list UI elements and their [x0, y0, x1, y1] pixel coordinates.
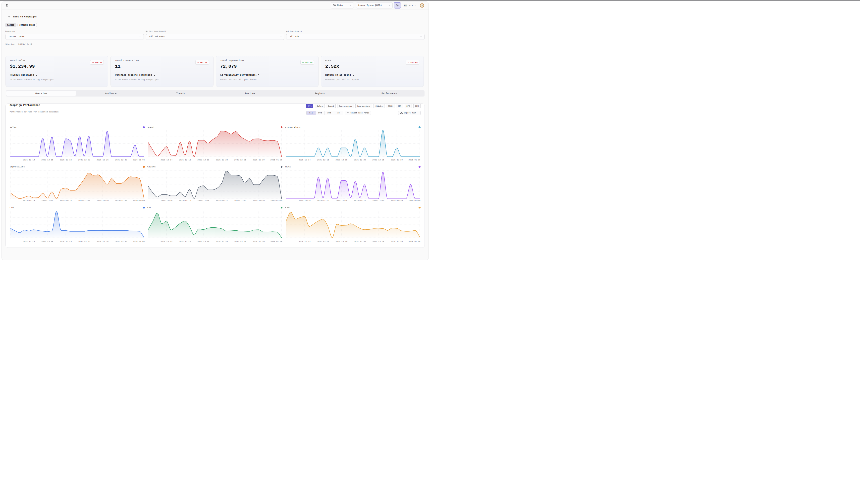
svg-text:2025-12-30: 2025-12-30 — [115, 241, 127, 243]
svg-text:2025-12-14: 2025-12-14 — [299, 159, 311, 161]
svg-text:2025-12-14: 2025-12-14 — [299, 241, 311, 243]
svg-text:2025-12-16: 2025-12-16 — [179, 199, 191, 202]
svg-text:2026-01-06: 2026-01-06 — [270, 241, 282, 243]
svg-text:2025-12-18: 2025-12-18 — [197, 199, 209, 202]
svg-text:2025-12-26: 2025-12-26 — [97, 241, 109, 243]
svg-text:2025-12-16: 2025-12-16 — [317, 159, 329, 161]
svg-text:2025-12-22: 2025-12-22 — [354, 199, 366, 202]
svg-text:2025-12-18: 2025-12-18 — [60, 241, 72, 243]
svg-text:2025-12-22: 2025-12-22 — [216, 241, 228, 243]
svg-text:2025-12-16: 2025-12-16 — [179, 159, 191, 161]
svg-text:2026-01-06: 2026-01-06 — [408, 159, 420, 161]
svg-text:2025-12-14: 2025-12-14 — [160, 159, 172, 161]
svg-text:2025-12-30: 2025-12-30 — [391, 159, 403, 161]
svg-text:2026-01-06: 2026-01-06 — [271, 159, 283, 161]
svg-text:2025-12-14: 2025-12-14 — [23, 159, 35, 161]
svg-text:2025-12-26: 2025-12-26 — [234, 199, 246, 202]
svg-text:2026-01-06: 2026-01-06 — [133, 199, 145, 202]
svg-text:2026-01-06: 2026-01-06 — [271, 199, 283, 202]
svg-text:2025-12-18: 2025-12-18 — [60, 199, 72, 202]
svg-text:2025-12-16: 2025-12-16 — [41, 241, 53, 243]
svg-text:2025-12-26: 2025-12-26 — [97, 159, 109, 161]
svg-text:2025-12-16: 2025-12-16 — [317, 241, 329, 243]
svg-text:2025-12-22: 2025-12-22 — [354, 241, 366, 243]
svg-text:2025-12-26: 2025-12-26 — [97, 199, 109, 202]
svg-text:2025-12-18: 2025-12-18 — [335, 241, 347, 243]
svg-text:2025-12-16: 2025-12-16 — [179, 241, 191, 243]
svg-text:2026-01-06: 2026-01-06 — [408, 199, 420, 202]
svg-text:2026-01-06: 2026-01-06 — [133, 241, 145, 243]
svg-text:2025-12-30: 2025-12-30 — [253, 199, 264, 202]
svg-text:2025-12-14: 2025-12-14 — [160, 241, 172, 243]
svg-text:2026-01-06: 2026-01-06 — [408, 241, 420, 243]
svg-text:2025-12-22: 2025-12-22 — [78, 199, 90, 202]
svg-text:2025-12-16: 2025-12-16 — [317, 199, 329, 202]
svg-text:2025-12-14: 2025-12-14 — [160, 199, 172, 202]
svg-text:2025-12-14: 2025-12-14 — [299, 199, 311, 202]
svg-text:2025-12-26: 2025-12-26 — [234, 159, 246, 161]
svg-text:2025-12-16: 2025-12-16 — [41, 159, 53, 161]
svg-text:2025-12-26: 2025-12-26 — [234, 241, 246, 243]
svg-text:2025-12-16: 2025-12-16 — [41, 199, 53, 202]
svg-text:2025-12-18: 2025-12-18 — [335, 159, 347, 161]
svg-text:2025-12-18: 2025-12-18 — [335, 199, 347, 202]
svg-text:2025-12-30: 2025-12-30 — [115, 159, 127, 161]
svg-text:2025-12-26: 2025-12-26 — [372, 199, 384, 202]
svg-text:2025-12-30: 2025-12-30 — [391, 199, 403, 202]
svg-text:2025-12-26: 2025-12-26 — [372, 241, 384, 243]
svg-text:2025-12-26: 2025-12-26 — [372, 159, 384, 161]
svg-text:2025-12-22: 2025-12-22 — [216, 199, 228, 202]
svg-text:2025-12-30: 2025-12-30 — [115, 199, 127, 202]
svg-text:2025-12-30: 2025-12-30 — [253, 159, 264, 161]
svg-text:2025-12-30: 2025-12-30 — [253, 241, 264, 243]
svg-text:2025-12-18: 2025-12-18 — [60, 159, 72, 161]
svg-text:2025-12-22: 2025-12-22 — [78, 159, 90, 161]
svg-text:2025-12-30: 2025-12-30 — [391, 241, 403, 243]
svg-text:2025-12-18: 2025-12-18 — [197, 241, 209, 243]
svg-text:2026-01-06: 2026-01-06 — [133, 159, 145, 161]
svg-text:2025-12-22: 2025-12-22 — [354, 159, 366, 161]
svg-text:2025-12-22: 2025-12-22 — [78, 241, 90, 243]
svg-text:2025-12-18: 2025-12-18 — [197, 159, 209, 161]
svg-text:2025-12-22: 2025-12-22 — [216, 159, 228, 161]
svg-text:2025-12-14: 2025-12-14 — [23, 241, 35, 243]
svg-text:2025-12-14: 2025-12-14 — [23, 199, 35, 202]
